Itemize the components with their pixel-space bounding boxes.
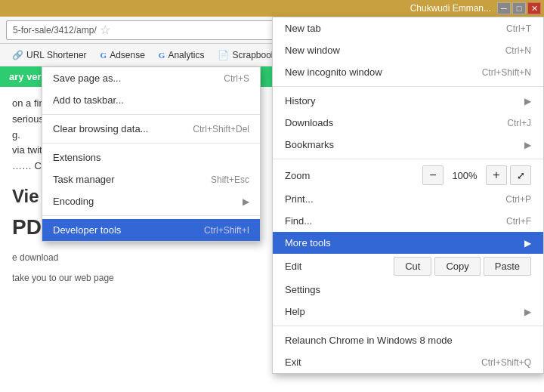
bookmark-analytics[interactable]: G Analytics [153,48,211,63]
menu-item-label: Help [285,306,518,317]
bookmark-scrapbook[interactable]: 📄 Scrapbook [212,48,281,63]
left-menu-item-label: Clear browsing data... [53,123,193,134]
menu-item-shortcut: Ctrl+P [505,194,531,205]
menu-separator [273,159,543,159]
menu-item-shortcut: Ctrl+T [506,23,531,34]
left-menu-item-label: Extensions [53,152,249,163]
left-menu-item-label: Encoding [53,196,240,207]
menu-item-shortcut: Ctrl+J [507,118,531,128]
chrome-menu-item-new-window[interactable]: New window Ctrl+N [273,39,543,61]
menu-item-label: History [285,95,518,106]
chrome-menu-item-help[interactable]: Help ▶ [273,301,543,323]
bookmark-url-shortener[interactable]: 🔗 URL Shortener [6,48,93,63]
menu-arrow-icon: ▶ [524,96,531,106]
left-menu-item-clear-browsing-data...[interactable]: Clear browsing data... Ctrl+Shift+Del [42,118,260,140]
left-menu-shortcut: Ctrl+Shift+Del [193,124,249,134]
menu-item-label: New tab [285,23,506,34]
paste-button[interactable]: Paste [484,257,531,276]
left-menu-item-label: Task manager [53,174,211,185]
zoom-minus-button[interactable]: − [422,165,444,185]
zoom-value: 100% [447,170,483,181]
chrome-menu-item-downloads[interactable]: Downloads Ctrl+J [273,112,543,134]
zoom-fullscreen-button[interactable]: ⤢ [510,165,531,185]
left-menu-item-label: Developer tools [53,224,204,236]
edit-row: Edit Cut Copy Paste [273,254,543,279]
menu-item-label: New incognito window [285,66,482,78]
zoom-plus-button[interactable]: + [486,165,507,185]
menu-arrow-icon: ▶ [524,307,531,317]
title-bar: Chukwudi Emman... ─ □ ✕ [0,0,544,17]
chrome-menu-item-find...[interactable]: Find... Ctrl+F [273,210,543,232]
left-menu-separator [42,114,260,115]
cut-button[interactable]: Cut [394,257,431,276]
menu-item-shortcut: Ctrl+Shift+N [482,67,531,78]
left-menu-item-save-page-as...[interactable]: Save page as... Ctrl+S [42,67,260,89]
menu-item-shortcut: Ctrl+F [506,216,531,227]
chrome-menu-item-new-tab[interactable]: New tab Ctrl+T [273,17,543,39]
chrome-menu-item-more-tools[interactable]: More tools ▶ [273,232,543,254]
left-menu-item-extensions[interactable]: Extensions [42,147,260,168]
chrome-menu-item-history[interactable]: History ▶ [273,90,543,112]
menu-item-label: Relaunch Chrome in Windows 8 mode [285,335,531,346]
left-menu-shortcut: Shift+Esc [211,174,249,185]
left-menu-arrow-icon: ▶ [243,196,249,207]
chrome-menu-item-relaunch-chrome-in-windows-8-mode[interactable]: Relaunch Chrome in Windows 8 mode [273,329,543,351]
bookmark-label-url: URL Shortener [26,50,87,60]
left-menu-separator [42,215,260,216]
chrome-menu-item-print...[interactable]: Print... Ctrl+P [273,188,543,210]
title-bar-buttons: ─ □ ✕ [497,2,541,14]
left-menu-item-add-to-taskbar...[interactable]: Add to taskbar... [42,89,260,111]
left-context-menu: Save page as... Ctrl+S Add to taskbar...… [42,66,261,242]
bookmark-label-adsense: Adsense [110,50,145,60]
menu-separator [273,326,543,326]
chrome-menu-item-new-incognito-window[interactable]: New incognito window Ctrl+Shift+N [273,61,543,83]
left-menu-shortcut: Ctrl+S [224,73,249,84]
left-menu-separator [42,143,260,144]
left-menu-item-encoding[interactable]: Encoding ▶ [42,190,260,212]
google-icon-adsense: G [100,51,107,60]
chrome-menu: New tab Ctrl+T New window Ctrl+N New inc… [272,17,544,374]
chrome-menu-item-settings[interactable]: Settings [273,279,543,301]
left-menu-item-task-manager[interactable]: Task manager Shift+Esc [42,168,260,190]
menu-item-label: Settings [285,284,531,295]
edit-label: Edit [285,261,391,272]
menu-item-shortcut: Ctrl+N [505,45,531,56]
menu-item-label: Downloads [285,117,507,128]
copy-button[interactable]: Copy [434,257,480,276]
chrome-menu-item-exit[interactable]: Exit Ctrl+Shift+Q [273,351,543,373]
zoom-label: Zoom [285,170,419,181]
menu-item-label: More tools [285,237,518,248]
google-icon-analytics: G [159,51,165,60]
left-menu-item-developer-tools[interactable]: Developer tools Ctrl+Shift+I [42,219,260,241]
menu-arrow-icon: ▶ [524,140,531,150]
star-icon[interactable]: ☆ [100,23,110,37]
menu-separator [273,86,543,87]
left-menu-item-label: Add to taskbar... [53,94,249,106]
menu-item-label: Find... [285,215,506,227]
menu-item-label: Exit [285,357,481,368]
bookmark-label-scrapbook: Scrapbook [232,50,275,60]
bookmark-icon-url: 🔗 [12,50,23,60]
title-bar-text: Chukwudi Emman... [0,3,497,14]
close-button[interactable]: ✕ [527,2,541,14]
zoom-row: Zoom − 100% + ⤢ [273,162,543,188]
minimize-button[interactable]: ─ [497,2,511,14]
chrome-menu-item-bookmarks[interactable]: Bookmarks ▶ [273,134,543,156]
bookmark-label-analytics: Analytics [168,50,204,60]
menu-item-label: Print... [285,193,505,205]
bookmark-adsense[interactable]: G Adsense [94,48,151,63]
menu-arrow-icon: ▶ [524,238,531,248]
menu-item-shortcut: Ctrl+Shift+Q [481,357,531,368]
left-menu-shortcut: Ctrl+Shift+I [204,225,249,236]
maximize-button[interactable]: □ [512,2,526,14]
scrapbook-icon: 📄 [218,50,229,60]
left-menu-item-label: Save page as... [53,73,224,84]
menu-item-label: New window [285,45,505,56]
menu-item-label: Bookmarks [285,139,518,150]
address-bar-text: 5-for-sale/3412/amp/ [13,25,97,35]
